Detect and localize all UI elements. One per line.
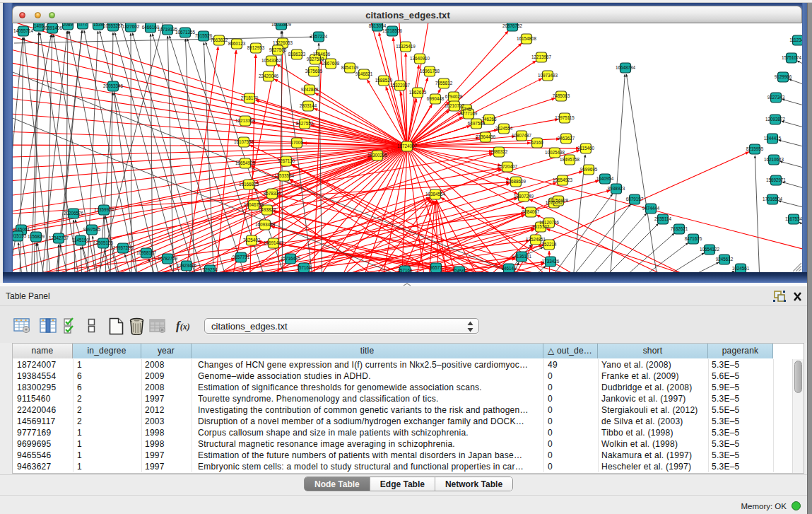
- svg-text:18724007: 18724007: [397, 144, 418, 148]
- svg-text:1640954: 1640954: [596, 176, 614, 181]
- svg-text:10756928: 10756928: [548, 198, 569, 203]
- svg-text:15692971: 15692971: [766, 177, 787, 182]
- svg-text:17006: 17006: [290, 140, 303, 145]
- svg-text:13533594: 13533594: [274, 173, 295, 178]
- svg-text:252214: 252214: [541, 242, 557, 247]
- svg-text:13524851: 13524851: [526, 237, 546, 242]
- svg-text:9827503: 9827503: [269, 47, 287, 52]
- svg-text:16093489: 16093489: [255, 222, 276, 227]
- svg-text:16107533: 16107533: [234, 139, 254, 144]
- svg-text:19384554: 19384554: [425, 192, 446, 197]
- svg-text:20876782: 20876782: [502, 23, 523, 28]
- svg-text:2867608: 2867608: [322, 61, 340, 66]
- svg-text:2935114: 2935114: [654, 216, 672, 221]
- svg-text:8215955: 8215955: [746, 146, 764, 151]
- svg-text:1733426: 1733426: [542, 259, 560, 264]
- svg-text:16961758: 16961758: [420, 69, 440, 74]
- svg-text:10120746: 10120746: [539, 220, 560, 225]
- svg-text:16154808: 16154808: [517, 36, 537, 41]
- svg-text:11325419: 11325419: [396, 44, 416, 49]
- svg-text:7663822: 7663822: [211, 37, 228, 42]
- svg-text:8454749: 8454749: [341, 65, 359, 70]
- svg-text:9463627: 9463627: [558, 136, 575, 141]
- svg-text:7986322: 7986322: [490, 149, 508, 154]
- svg-text:9084067: 9084067: [522, 209, 540, 214]
- svg-text:6990448: 6990448: [427, 96, 445, 101]
- svg-text:3915153: 3915153: [13, 233, 27, 238]
- svg-text:1167534: 1167534: [785, 216, 802, 221]
- svg-text:21364436: 21364436: [476, 134, 496, 139]
- svg-text:9699695: 9699695: [580, 167, 598, 172]
- svg-text:1362615: 1362615: [409, 90, 427, 95]
- svg-text:19654925: 19654925: [235, 160, 256, 165]
- svg-text:10807487: 10807487: [512, 133, 532, 138]
- svg-text:2718170: 2718170: [241, 95, 259, 100]
- svg-text:8471676: 8471676: [685, 236, 702, 241]
- svg-text:20891406: 20891406: [42, 25, 63, 30]
- svg-text:9245612: 9245612: [716, 257, 734, 262]
- svg-text:10688609: 10688609: [506, 179, 526, 184]
- svg-text:6497568: 6497568: [468, 121, 486, 126]
- svg-text:18495758: 18495758: [560, 157, 580, 162]
- svg-text:7357224: 7357224: [310, 34, 328, 39]
- svg-text:129234: 129234: [202, 267, 218, 272]
- svg-text:10654122: 10654122: [700, 247, 720, 252]
- svg-text:12975115: 12975115: [555, 115, 575, 120]
- svg-text:157164: 157164: [397, 268, 413, 272]
- svg-text:1493822: 1493822: [259, 207, 276, 212]
- svg-text:1588520: 1588520: [375, 78, 393, 83]
- svg-text:15322037: 15322037: [390, 83, 411, 88]
- svg-text:16210643: 16210643: [764, 157, 784, 162]
- svg-text:16046798: 16046798: [244, 202, 264, 207]
- svg-text:62160: 62160: [531, 140, 543, 145]
- svg-text:8813054: 8813054: [369, 23, 387, 28]
- svg-text:12505135: 12505135: [93, 240, 114, 245]
- svg-text:10553287: 10553287: [103, 23, 124, 28]
- svg-text:10958107: 10958107: [136, 250, 157, 255]
- svg-text:15716485: 15716485: [281, 256, 301, 261]
- svg-text:20053346: 20053346: [103, 83, 124, 88]
- svg-text:10671355: 10671355: [175, 30, 196, 35]
- svg-text:9129966: 9129966: [775, 74, 792, 79]
- svg-text:15751074: 15751074: [782, 55, 802, 60]
- svg-text:9777169: 9777169: [460, 111, 478, 116]
- svg-text:13640910: 13640910: [410, 56, 430, 61]
- svg-text:14136141: 14136141: [512, 254, 532, 259]
- svg-text:9115460: 9115460: [577, 146, 595, 151]
- svg-text:17359924: 17359924: [94, 207, 114, 212]
- svg-text:1172: 1172: [78, 23, 88, 26]
- svg-text:15720407: 15720407: [498, 164, 518, 169]
- svg-text:1244415: 1244415: [764, 136, 782, 141]
- svg-text:9146821: 9146821: [355, 71, 373, 76]
- svg-text:19218506: 19218506: [382, 28, 403, 33]
- svg-text:14691447: 14691447: [264, 240, 284, 245]
- svg-text:3267130: 3267130: [278, 158, 295, 163]
- svg-text:7632621: 7632621: [671, 226, 688, 231]
- svg-text:2803144: 2803144: [300, 103, 317, 108]
- svg-text:1539: 1539: [93, 23, 104, 27]
- svg-text:8578335: 8578335: [264, 191, 281, 196]
- svg-text:9242848: 9242848: [301, 87, 319, 92]
- svg-text:16648784: 16648784: [616, 65, 636, 70]
- svg-text:10973493: 10973493: [538, 73, 558, 78]
- svg-text:10025438: 10025438: [545, 150, 565, 155]
- svg-text:13226053: 13226053: [273, 40, 293, 45]
- svg-text:1327602: 1327602: [122, 24, 140, 29]
- svg-text:19654923: 19654923: [553, 177, 573, 182]
- svg-text:8912953: 8912953: [247, 45, 265, 50]
- svg-text:1112347: 1112347: [789, 37, 802, 42]
- svg-text:7955812: 7955812: [435, 81, 453, 86]
- svg-text:7485063: 7485063: [553, 93, 570, 98]
- svg-text:1754636: 1754636: [313, 52, 331, 57]
- svg-text:7625402: 7625402: [243, 238, 261, 243]
- svg-text:6794028: 6794028: [445, 94, 463, 99]
- svg-text:9227343: 9227343: [767, 95, 785, 100]
- svg-text:14055714: 14055714: [13, 28, 34, 33]
- svg-text:12213369: 12213369: [235, 118, 256, 123]
- svg-text:96577: 96577: [430, 265, 442, 270]
- svg-text:8660123: 8660123: [228, 41, 246, 46]
- svg-text:146141: 146141: [501, 266, 517, 271]
- svg-text:16782759: 16782759: [158, 256, 178, 261]
- svg-text:12342737: 12342737: [49, 235, 69, 240]
- svg-text:157164: 157164: [296, 265, 312, 270]
